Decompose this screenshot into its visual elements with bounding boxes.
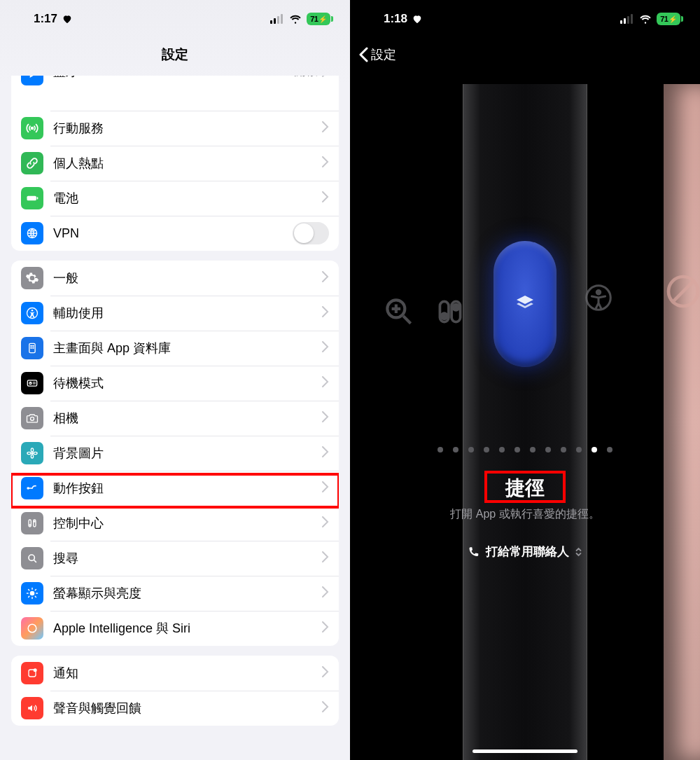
play-icon: [21, 76, 43, 85]
chevron-updown-icon: [575, 546, 583, 558]
pagination-dot[interactable]: [592, 447, 597, 452]
settings-row-truncated[interactable]: 藍牙 開啟: [11, 76, 339, 111]
globe-icon: [21, 222, 43, 244]
controls-option-icon[interactable]: [433, 294, 468, 329]
chevron-right-icon: [322, 586, 329, 600]
settings-row-general[interactable]: 一般: [11, 261, 339, 296]
row-label: 行動服務: [53, 120, 322, 137]
battery-icon: [21, 187, 43, 209]
svg-rect-14: [33, 382, 36, 382]
chevron-right-icon: [322, 446, 329, 460]
settings-row-wallpaper[interactable]: 背景圖片: [11, 436, 339, 471]
pagination-dot[interactable]: [607, 447, 612, 452]
svg-point-34: [442, 313, 447, 319]
pagination-dot[interactable]: [514, 447, 520, 452]
svg-marker-0: [30, 76, 36, 78]
pagination-dot[interactable]: [545, 447, 551, 452]
svg-rect-11: [32, 347, 34, 349]
back-button[interactable]: 設定: [350, 38, 700, 71]
cellular-signal-icon: [620, 14, 634, 24]
row-label: 個人熱點: [53, 155, 322, 172]
chevron-right-icon: [322, 76, 329, 80]
svg-point-20: [27, 452, 31, 454]
svg-rect-15: [33, 383, 36, 384]
home-apps-icon: [21, 337, 43, 359]
chevron-right-icon: [322, 156, 329, 170]
magnifier-option-icon[interactable]: [382, 294, 416, 329]
row-label: 搜尋: [53, 550, 322, 567]
row-label: 一般: [53, 270, 322, 286]
settings-group-general: 一般 輔助使用 主畫面與 App 資料庫: [11, 261, 339, 646]
settings-row-siri[interactable]: Apple Intelligence 與 Siri: [11, 611, 339, 646]
row-label: 待機模式: [53, 375, 322, 392]
pagination-dots[interactable]: [350, 447, 700, 452]
cellular-signal-icon: [270, 14, 284, 24]
settings-row-hotspot[interactable]: 個人熱點: [11, 146, 339, 181]
svg-rect-2: [27, 196, 36, 201]
svg-rect-10: [31, 347, 32, 349]
svg-point-29: [28, 624, 36, 633]
row-label: 電池: [53, 190, 322, 207]
back-label: 設定: [371, 46, 396, 63]
row-label: 主畫面與 App 資料庫: [53, 340, 322, 357]
settings-row-battery[interactable]: 電池: [11, 181, 339, 216]
settings-row-homescreen[interactable]: 主畫面與 App 資料庫: [11, 331, 339, 366]
settings-row-search[interactable]: 搜尋: [11, 541, 339, 576]
settings-row-sounds[interactable]: 聲音與觸覺回饋: [11, 691, 339, 726]
settings-row-notifications[interactable]: 通知: [11, 656, 339, 691]
status-bar: 1:17 71⚡: [0, 0, 350, 38]
chevron-right-icon: [322, 411, 329, 425]
wifi-icon: [288, 13, 302, 25]
row-label: 背景圖片: [53, 445, 322, 462]
pagination-dot[interactable]: [499, 447, 505, 452]
bell-icon: [21, 662, 43, 684]
accessibility-option-icon[interactable]: [582, 280, 615, 315]
pagination-dot[interactable]: [453, 447, 458, 452]
row-label: 動作按鈕: [53, 480, 322, 497]
accessibility-icon: [21, 302, 43, 324]
no-action-option-icon[interactable]: [664, 272, 700, 311]
pagination-dot[interactable]: [576, 447, 582, 452]
svg-rect-3: [37, 197, 38, 199]
chevron-left-icon: [358, 47, 368, 62]
camera-icon: [21, 407, 43, 429]
svg-rect-9: [32, 345, 34, 347]
settings-row-camera[interactable]: 相機: [11, 401, 339, 436]
action-option-description: 打開 App 或執行喜愛的捷徑。: [350, 507, 700, 522]
settings-row-vpn[interactable]: VPN: [11, 216, 339, 251]
standby-icon: [21, 372, 43, 394]
battery-indicator: 71⚡: [657, 13, 680, 25]
svg-point-21: [34, 452, 37, 454]
pagination-dot[interactable]: [561, 447, 566, 452]
svg-point-6: [31, 310, 34, 312]
settings-row-action-button[interactable]: 動作按鈕: [11, 471, 339, 506]
battery-indicator: 71⚡: [307, 13, 330, 25]
pagination-dot[interactable]: [530, 447, 536, 452]
phone-side-render: [463, 84, 587, 760]
settings-row-display[interactable]: 螢幕顯示與亮度: [11, 576, 339, 611]
pagination-dot[interactable]: [484, 447, 489, 452]
settings-row-standby[interactable]: 待機模式: [11, 366, 339, 401]
chevron-right-icon: [322, 621, 329, 635]
row-label: VPN: [53, 226, 293, 241]
settings-row-accessibility[interactable]: 輔助使用: [11, 296, 339, 331]
sound-icon: [21, 697, 43, 719]
pagination-dot[interactable]: [438, 447, 443, 452]
search-icon: [21, 547, 43, 569]
svg-point-17: [31, 452, 34, 455]
page-title: 設定: [0, 38, 350, 71]
svg-rect-7: [29, 343, 35, 352]
link-icon: [21, 152, 43, 174]
shortcut-selector[interactable]: 打給常用聯絡人: [462, 539, 589, 564]
vpn-toggle[interactable]: [293, 222, 329, 244]
status-bar: 1:18 71⚡: [350, 0, 700, 38]
row-value: 開啟: [294, 76, 318, 79]
antenna-icon: [21, 117, 43, 139]
svg-point-28: [30, 591, 35, 596]
pagination-dot[interactable]: [468, 447, 474, 452]
row-label: 聲音與觸覺回饋: [53, 700, 322, 717]
wifi-icon: [638, 13, 652, 25]
home-indicator[interactable]: [472, 749, 578, 753]
settings-row-control-center[interactable]: 控制中心: [11, 506, 339, 541]
settings-row-cellular[interactable]: 行動服務: [11, 111, 339, 146]
